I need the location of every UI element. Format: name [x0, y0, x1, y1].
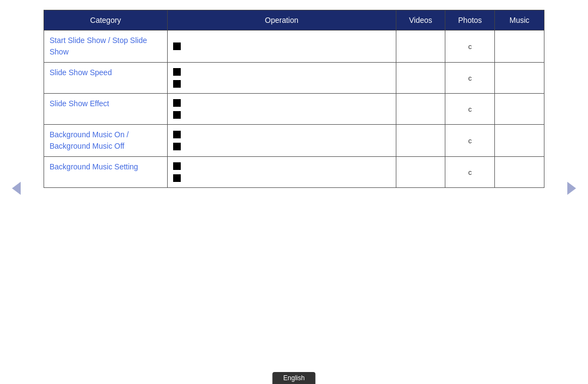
column-header-photos: Photos [445, 10, 495, 31]
column-header-music: Music [495, 10, 544, 31]
operation-square [173, 174, 181, 182]
category-cell-1: Slide Show Speed [44, 63, 168, 94]
operation-cell-2 [167, 94, 396, 125]
videos-cell-4 [396, 157, 445, 188]
music-cell-4 [495, 157, 544, 188]
operation-cell-4 [167, 157, 396, 188]
videos-cell-0 [396, 31, 445, 63]
operation-square [173, 80, 181, 88]
photos-cell-2: c [445, 94, 495, 125]
music-cell-2 [495, 94, 544, 125]
table-row: Slide Show Speedc [44, 63, 544, 94]
operation-square [173, 131, 181, 138]
column-header-videos: Videos [396, 10, 445, 31]
videos-cell-1 [396, 63, 445, 94]
page-container: Category Operation Videos Photos Music S… [0, 0, 588, 384]
music-cell-3 [495, 125, 544, 157]
operation-square [173, 42, 181, 50]
category-cell-2: Slide Show Effect [44, 94, 168, 125]
operation-cell-1 [167, 63, 396, 94]
table-row: Start Slide Show / Stop Slide Showc [44, 31, 544, 63]
language-bar: English [272, 372, 315, 384]
music-cell-0 [495, 31, 544, 63]
column-header-category: Category [44, 10, 168, 31]
operation-square [173, 111, 181, 119]
operation-cell-3 [167, 125, 396, 157]
table-row: Slide Show Effectc [44, 94, 544, 125]
photos-cell-3: c [445, 125, 495, 157]
videos-cell-3 [396, 125, 445, 157]
language-label: English [283, 374, 304, 382]
videos-cell-2 [396, 94, 445, 125]
operation-cell-0 [167, 31, 396, 63]
column-header-operation: Operation [167, 10, 396, 31]
operation-square [173, 143, 181, 150]
operation-square [173, 162, 181, 170]
nav-arrow-right[interactable] [565, 181, 578, 194]
main-table: Category Operation Videos Photos Music S… [44, 10, 544, 188]
photos-cell-1: c [445, 63, 495, 94]
category-cell-3: Background Music On / Background Music O… [44, 125, 168, 157]
operation-square [173, 68, 181, 76]
table-row: Background Music Settingc [44, 157, 544, 188]
table-row: Background Music On / Background Music O… [44, 125, 544, 157]
photos-cell-0: c [445, 31, 495, 63]
category-cell-4: Background Music Setting [44, 157, 168, 188]
photos-cell-4: c [445, 157, 495, 188]
category-cell-0: Start Slide Show / Stop Slide Show [44, 31, 168, 63]
operation-square [173, 99, 181, 107]
table-header-row: Category Operation Videos Photos Music [44, 10, 544, 31]
nav-arrow-left[interactable] [10, 181, 23, 194]
music-cell-1 [495, 63, 544, 94]
table-wrapper: Category Operation Videos Photos Music S… [44, 10, 544, 188]
